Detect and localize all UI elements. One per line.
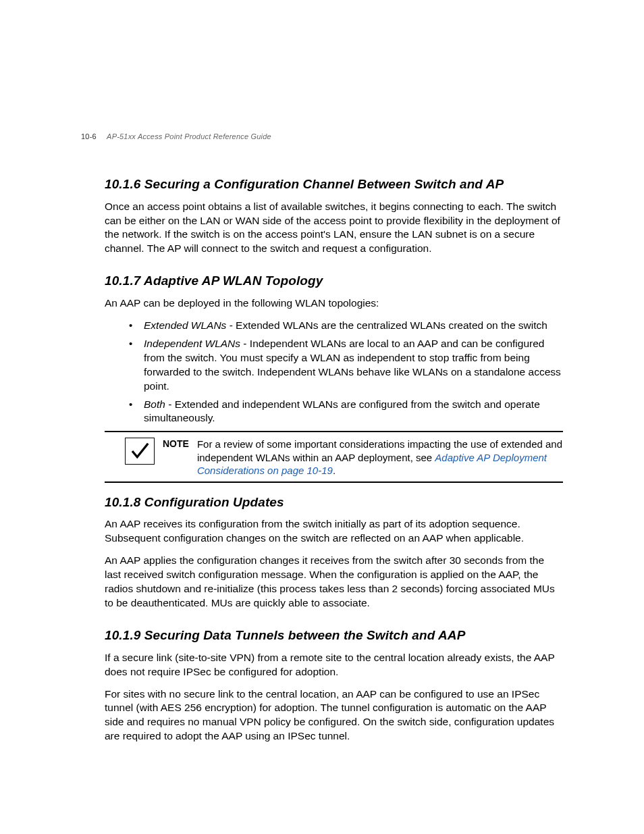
para-10-1-6-1: Once an access point obtains a list of a… [105, 200, 563, 257]
heading-10-1-7: 10.1.7 Adaptive AP WLAN Topology [105, 272, 563, 290]
bullet-text: - Extended and independent WLANs are con… [144, 398, 540, 424]
page-content: 10.1.6 Securing a Configuration Channel … [105, 176, 563, 744]
page-header: 10-6 AP-51xx Access Point Product Refere… [81, 132, 271, 142]
bullet-term: Independent WLANs [144, 338, 240, 349]
heading-10-1-9: 10.1.9 Securing Data Tunnels between the… [105, 627, 563, 644]
doc-title: AP-51xx Access Point Product Reference G… [107, 132, 271, 140]
page-number: 10-6 [81, 132, 97, 142]
bullet-list-topologies: Extended WLANs - Extended WLANs are the … [105, 319, 563, 425]
note-period: . [333, 465, 336, 476]
note-label: NOTE [163, 436, 189, 450]
para-10-1-9-2: For sites with no secure link to the cen… [105, 687, 563, 744]
para-10-1-8-1: An AAP receives its configuration from t… [105, 517, 563, 546]
heading-10-1-6: 10.1.6 Securing a Configuration Channel … [105, 176, 563, 193]
heading-10-1-8: 10.1.8 Configuration Updates [105, 494, 563, 511]
bullet-term: Extended WLANs [144, 319, 226, 331]
checkmark-icon [125, 438, 155, 465]
note-callout: NOTE For a review of some important cons… [105, 431, 563, 483]
para-10-1-7-intro: An AAP can be deployed in the following … [105, 296, 563, 311]
list-item: Both - Extended and independent WLANs ar… [105, 398, 563, 426]
bullet-text: - Extended WLANs are the centralized WLA… [226, 319, 547, 331]
para-10-1-9-1: If a secure link (site-to-site VPN) from… [105, 651, 563, 679]
para-10-1-8-2: An AAP applies the configuration changes… [105, 554, 563, 610]
list-item: Independent WLANs - Independent WLANs ar… [105, 337, 563, 394]
note-body: For a review of some important considera… [197, 436, 563, 477]
bullet-term: Both [144, 398, 165, 410]
list-item: Extended WLANs - Extended WLANs are the … [105, 319, 563, 333]
